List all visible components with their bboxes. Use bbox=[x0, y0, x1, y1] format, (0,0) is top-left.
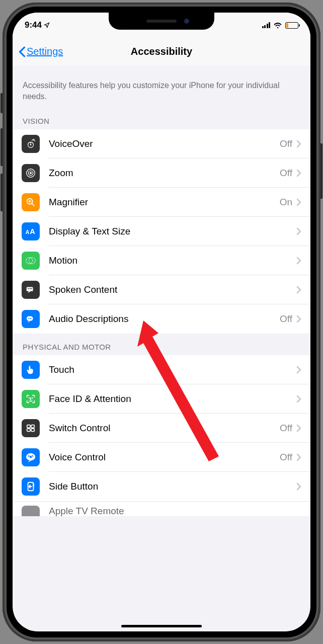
row-voiceover[interactable]: VoiceOver Off bbox=[13, 129, 310, 158]
section-header-vision: VISION bbox=[13, 108, 310, 129]
sidebutton-icon bbox=[22, 477, 40, 496]
chevron-right-icon bbox=[296, 198, 301, 206]
row-label: Zoom bbox=[49, 168, 280, 179]
content-scroll[interactable]: Accessibility features help you customiz… bbox=[13, 66, 310, 631]
row-value: Off bbox=[280, 423, 292, 434]
row-value: Off bbox=[280, 313, 292, 325]
svg-rect-22 bbox=[27, 425, 30, 428]
section-header-physical: PHYSICAL AND MOTOR bbox=[13, 334, 310, 355]
vision-list: VoiceOver Off Zoom Off bbox=[13, 129, 310, 334]
touch-icon bbox=[22, 361, 40, 379]
svg-text:A: A bbox=[26, 229, 30, 235]
chevron-left-icon bbox=[19, 46, 26, 57]
battery-icon bbox=[285, 22, 298, 29]
nav-bar: Settings Accessibility bbox=[13, 38, 310, 66]
row-side-button[interactable]: Side Button bbox=[13, 472, 310, 501]
row-switch-control[interactable]: Switch Control Off bbox=[13, 414, 310, 443]
row-motion[interactable]: Motion bbox=[13, 246, 310, 275]
row-spoken-content[interactable]: Spoken Content bbox=[13, 275, 310, 304]
chevron-right-icon bbox=[296, 257, 301, 265]
mute-switch bbox=[1, 93, 3, 113]
volume-down-button bbox=[1, 174, 3, 211]
home-indicator[interactable] bbox=[121, 625, 202, 627]
svg-text:A: A bbox=[30, 227, 35, 235]
svg-rect-15 bbox=[30, 288, 31, 289]
section-description: Accessibility features help you customiz… bbox=[13, 66, 310, 108]
chevron-right-icon bbox=[296, 453, 301, 461]
row-label: Display & Text Size bbox=[49, 226, 292, 237]
svg-point-4 bbox=[30, 173, 32, 174]
row-label: Side Button bbox=[49, 481, 292, 492]
chevron-right-icon bbox=[296, 227, 301, 235]
speaker-grille bbox=[146, 20, 177, 23]
zoom-icon bbox=[22, 164, 40, 182]
row-faceid-attention[interactable]: Face ID & Attention bbox=[13, 384, 310, 414]
voiceover-icon bbox=[22, 135, 40, 153]
row-value: Off bbox=[280, 168, 292, 179]
row-label: Touch bbox=[49, 364, 292, 375]
svg-rect-23 bbox=[31, 425, 34, 428]
row-audio-descriptions[interactable]: Audio Descriptions Off bbox=[13, 304, 310, 334]
svg-point-27 bbox=[30, 456, 32, 458]
notch bbox=[109, 13, 214, 30]
chevron-right-icon bbox=[296, 140, 301, 148]
side-button bbox=[320, 143, 322, 199]
page-title: Accessibility bbox=[131, 46, 192, 57]
row-zoom[interactable]: Zoom Off bbox=[13, 158, 310, 188]
status-time: 9:44 bbox=[25, 20, 42, 30]
svg-rect-25 bbox=[31, 429, 34, 432]
volume-up-button bbox=[1, 128, 3, 166]
row-label: Face ID & Attention bbox=[49, 393, 292, 405]
motion-icon bbox=[22, 252, 40, 270]
magnifier-icon bbox=[22, 193, 40, 211]
apple-tv-remote-icon bbox=[22, 506, 40, 517]
row-label: Switch Control bbox=[49, 423, 280, 434]
row-apple-tv-remote-partial[interactable]: Apple TV Remote bbox=[13, 501, 310, 516]
chevron-right-icon bbox=[296, 424, 301, 432]
svg-line-6 bbox=[32, 203, 34, 206]
spoken-content-icon bbox=[22, 281, 40, 299]
voice-control-icon bbox=[22, 448, 40, 466]
row-voice-control[interactable]: Voice Control Off bbox=[13, 443, 310, 472]
back-button[interactable]: Settings bbox=[13, 46, 63, 57]
row-label: Magnifier bbox=[49, 197, 280, 208]
svg-rect-16 bbox=[31, 288, 32, 289]
physical-list: Touch Face ID & Attention bbox=[13, 355, 310, 501]
row-touch[interactable]: Touch bbox=[13, 355, 310, 384]
front-camera bbox=[184, 19, 189, 24]
wifi-icon bbox=[273, 22, 282, 29]
row-label: Voice Control bbox=[49, 452, 280, 463]
svg-point-18 bbox=[28, 318, 29, 319]
row-label: Apple TV Remote bbox=[49, 506, 301, 517]
row-label: VoiceOver bbox=[49, 138, 280, 149]
row-label: Motion bbox=[49, 255, 292, 266]
row-value: On bbox=[280, 197, 292, 208]
chevron-right-icon bbox=[296, 482, 301, 491]
back-label: Settings bbox=[27, 46, 63, 57]
row-value: Off bbox=[280, 452, 292, 463]
svg-point-19 bbox=[30, 318, 31, 319]
chevron-right-icon bbox=[296, 395, 301, 403]
chevron-right-icon bbox=[296, 315, 301, 323]
chevron-right-icon bbox=[296, 366, 301, 374]
row-magnifier[interactable]: Magnifier On bbox=[13, 188, 310, 217]
svg-rect-24 bbox=[27, 429, 30, 432]
row-display-text-size[interactable]: AA Display & Text Size bbox=[13, 217, 310, 246]
svg-rect-17 bbox=[27, 316, 33, 321]
svg-rect-14 bbox=[28, 288, 29, 289]
chevron-right-icon bbox=[296, 169, 301, 177]
screen: 9:44 Settings Accessibility Accessibilit… bbox=[13, 13, 310, 631]
location-icon bbox=[44, 22, 50, 28]
cellular-signal-icon bbox=[262, 22, 271, 28]
switch-control-icon bbox=[22, 419, 40, 437]
textsize-icon: AA bbox=[22, 222, 40, 240]
audio-descriptions-icon bbox=[22, 310, 40, 328]
chevron-right-icon bbox=[296, 286, 301, 294]
row-value: Off bbox=[280, 138, 292, 149]
faceid-icon bbox=[22, 390, 40, 408]
row-label: Spoken Content bbox=[49, 284, 292, 295]
phone-frame: 9:44 Settings Accessibility Accessibilit… bbox=[3, 3, 320, 641]
row-label: Audio Descriptions bbox=[49, 313, 280, 325]
